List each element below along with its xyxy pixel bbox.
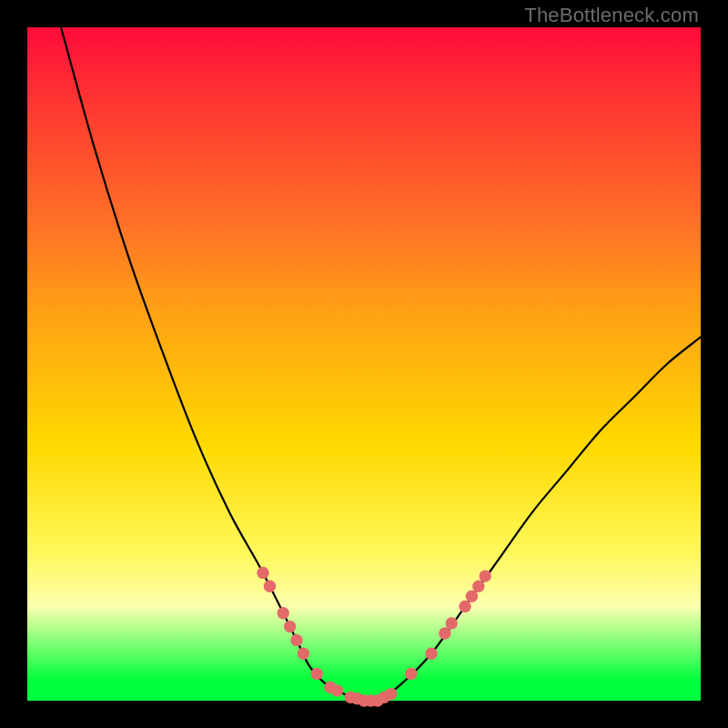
curve-marker bbox=[284, 621, 296, 632]
chart-frame: TheBottleneck.com bbox=[0, 0, 728, 728]
curve-marker bbox=[278, 607, 289, 619]
marker-group bbox=[257, 567, 491, 707]
curve-marker bbox=[480, 570, 491, 581]
curve-marker bbox=[425, 648, 437, 660]
curve-marker bbox=[472, 581, 484, 592]
curve-marker bbox=[466, 591, 478, 602]
curve-marker bbox=[264, 581, 276, 592]
curve-marker bbox=[459, 601, 470, 612]
curve-marker bbox=[311, 668, 323, 680]
curve-marker bbox=[257, 567, 268, 579]
curve-svg bbox=[27, 27, 701, 701]
bottleneck-curve-path bbox=[61, 27, 701, 703]
curve-marker bbox=[331, 684, 343, 696]
plot-area bbox=[27, 27, 701, 701]
curve-marker bbox=[446, 617, 458, 629]
curve-marker bbox=[385, 688, 397, 700]
curve-marker bbox=[298, 648, 309, 660]
curve-marker bbox=[405, 668, 417, 680]
curve-marker bbox=[439, 627, 450, 639]
curve-marker bbox=[290, 634, 302, 646]
watermark-label: TheBottleneck.com bbox=[524, 4, 699, 27]
